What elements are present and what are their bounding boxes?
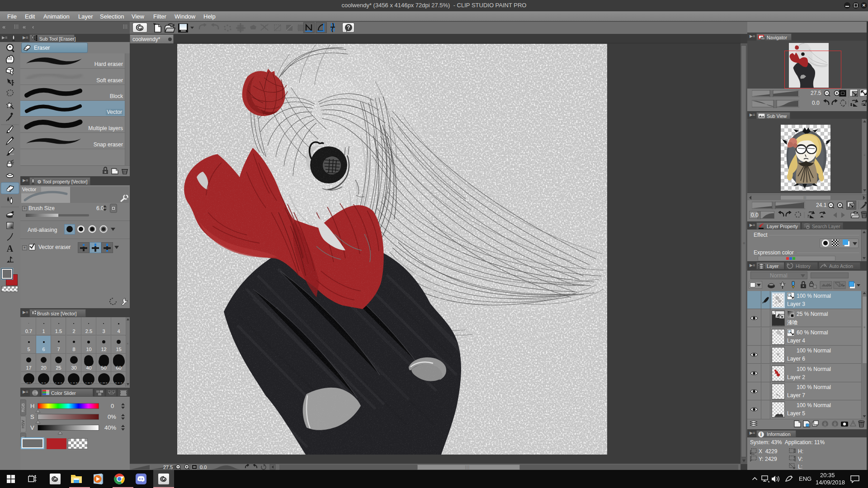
svg-text:A: A bbox=[7, 244, 14, 253]
